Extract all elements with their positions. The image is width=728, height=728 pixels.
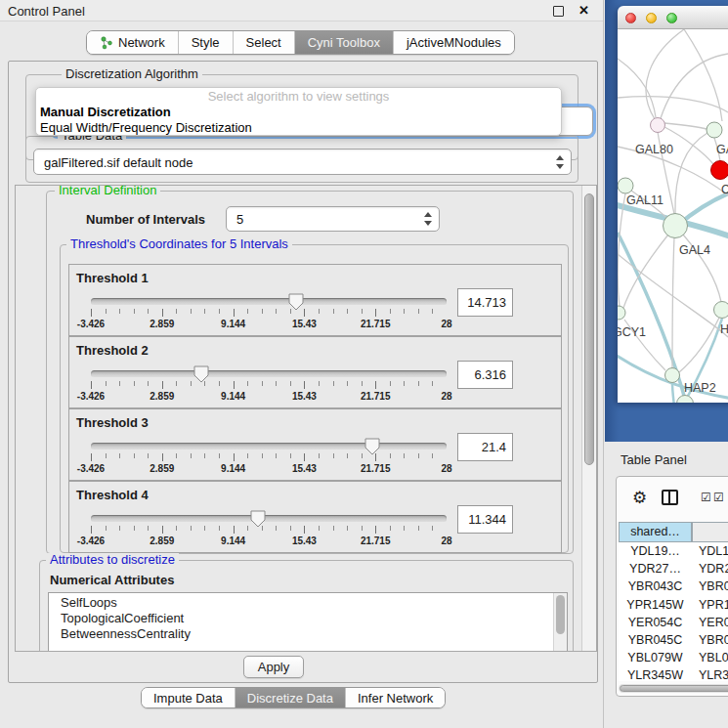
apply-button[interactable]: Apply (243, 656, 304, 678)
stepper-icon (424, 212, 433, 226)
close-icon[interactable]: ✕ (578, 3, 589, 18)
gear-icon[interactable]: ⚙ (632, 488, 647, 508)
threshold-1-value-field[interactable]: 14.713 (457, 288, 513, 317)
node-gcy1 (618, 306, 625, 320)
network-view-window: GAL80 GA GAL11 C GAL4 GCY1 H HAP2 (618, 6, 728, 403)
tab-network-label: Network (118, 35, 165, 50)
cyni-content-panel: Discretization Algorithm Select algorith… (8, 61, 598, 683)
table-row[interactable]: YPR145WYPR1 (619, 596, 728, 614)
num-intervals-combobox[interactable]: 5 (226, 206, 440, 232)
table-panel: Table Panel ⚙ ☑ ☑ shared… na YDL19…YDL1 … (605, 442, 728, 728)
node-label: GCY1 (618, 325, 646, 339)
list-scrollbar-thumb[interactable] (556, 595, 565, 634)
node-label: C (721, 183, 728, 196)
tab-jactivemnodules[interactable]: jActiveMNodules (393, 31, 514, 54)
threshold-4-value-field[interactable]: 11.344 (457, 505, 513, 534)
zoom-traffic-icon[interactable] (666, 13, 677, 23)
network-window-titlebar (618, 6, 728, 29)
tab-discretize-data[interactable]: Discretize Data (235, 688, 345, 707)
interval-definition-group: Interval Definition Number of Intervals … (46, 191, 574, 554)
minimize-traffic-icon[interactable] (646, 13, 657, 23)
threshold-1-slider-track[interactable] (91, 298, 447, 305)
stepper-icon (556, 155, 565, 169)
threshold-2-axis: -3.4262.8599.14415.4321.71528 (91, 391, 447, 403)
settings-scrollbar-thumb[interactable] (584, 193, 594, 465)
node-h (714, 302, 728, 319)
threshold-4-axis: -3.4262.8599.14415.4321.71528 (91, 535, 447, 547)
top-tab-bar: Network Style Select Cyni Toolbox jActiv… (86, 30, 515, 55)
table-body: YDL19…YDL1 YDR27…YDR2 YBR043CYBR0 YPR145… (619, 542, 728, 681)
node-top-right (707, 122, 722, 138)
settings-scrollpane: Interval Definition Number of Intervals … (15, 185, 597, 652)
network-graph: GAL80 GA GAL11 C GAL4 GCY1 H HAP2 (618, 29, 728, 403)
tab-cyni-toolbox[interactable]: Cyni Toolbox (294, 31, 393, 54)
table-row[interactable]: YLR345WYLR3 (619, 666, 728, 681)
settings-scrollbar (581, 186, 596, 651)
table-row[interactable]: YER054CYER0 (619, 614, 728, 631)
list-item[interactable]: BetweennessCentrality (49, 626, 567, 642)
threshold-panel-4: Threshold 4 -3.4262.8599.14415.4321.7152… (68, 481, 562, 553)
split-columns-icon[interactable] (662, 490, 678, 505)
table-row[interactable]: YDR27…YDR2 (619, 560, 728, 578)
threshold-4-slider-track[interactable] (91, 515, 447, 522)
threshold-2-slider-track[interactable] (91, 370, 447, 377)
table-data-group: Table Data galFiltered.sif default node (25, 136, 578, 183)
threshold-2-value-field[interactable]: 6.316 (457, 361, 513, 389)
table-row[interactable]: YBR045CYBR0 (619, 631, 728, 649)
tab-impute-data[interactable]: Impute Data (142, 688, 235, 707)
algorithm-dropdown-popup: Select algorithm to view settings Manual… (35, 87, 562, 136)
table-header-row: shared… na (619, 522, 728, 542)
list-item[interactable]: SelfLoops (49, 593, 567, 611)
table-horizontal-scrollbar (619, 684, 728, 693)
network-icon (100, 36, 113, 50)
threshold-panel-3: Threshold 3 -3.4262.8599.14415.4321.7152… (68, 408, 562, 481)
tab-select[interactable]: Select (233, 31, 294, 54)
thresholds-group: Threshold's Coordinates for 5 Intervals … (60, 244, 569, 553)
tab-infer-network[interactable]: Infer Network (345, 688, 445, 707)
num-intervals-value: 5 (236, 212, 243, 227)
list-scrollbar (553, 593, 567, 652)
control-panel: Control Panel ✕ Network Style Select Cyn… (0, 0, 604, 728)
table-toolbar: ⚙ ☑ ☑ (617, 477, 728, 520)
close-traffic-icon[interactable] (625, 13, 636, 23)
node-gal4 (664, 214, 688, 238)
node-label: GA (716, 143, 728, 156)
network-desktop-area: GAL80 GA GAL11 C GAL4 GCY1 H HAP2 (605, 0, 728, 442)
num-intervals-label: Number of Intervals (86, 212, 205, 227)
numerical-attributes-label: Numerical Attributes (50, 573, 174, 587)
float-window-icon[interactable] (553, 6, 564, 17)
node-highlighted (711, 161, 728, 180)
table-row[interactable]: YBR043CYBR0 (619, 578, 728, 595)
node-label: GAL4 (679, 243, 710, 257)
thresholds-group-title: Threshold's Coordinates for 5 Intervals (66, 237, 292, 251)
threshold-panel-1: Threshold 1 -3.4262.8599.14415.4321.7152… (68, 264, 562, 336)
node-gal80 (651, 118, 665, 133)
algorithm-option-manual[interactable]: Manual Discretization (36, 105, 561, 120)
tab-network[interactable]: Network (87, 31, 178, 54)
threshold-3-slider-track[interactable] (91, 443, 447, 450)
table-horizontal-scrollbar-thumb[interactable] (620, 685, 728, 692)
numerical-attributes-list: SelfLoops TopologicalCoefficient Between… (48, 592, 568, 652)
table-row[interactable]: YBL079WYBL0 (619, 649, 728, 666)
table-data-combobox[interactable]: galFiltered.sif default node (33, 149, 572, 175)
table-data-value: galFiltered.sif default node (44, 154, 193, 169)
network-canvas[interactable]: GAL80 GA GAL11 C GAL4 GCY1 H HAP2 (618, 29, 728, 403)
list-item[interactable]: TopologicalCoefficient (49, 611, 567, 626)
bottom-tab-bar: Impute Data Discretize Data Infer Networ… (141, 687, 446, 708)
node-label: GAL11 (626, 193, 664, 207)
node-label: H (720, 322, 728, 336)
checkbox-icon[interactable]: ☑ (713, 491, 724, 504)
node-label: GAL80 (635, 143, 673, 156)
column-header-name[interactable]: na (692, 522, 728, 542)
table-row[interactable]: YDL19…YDL1 (619, 542, 728, 560)
node-gal11 (618, 178, 633, 193)
tab-style[interactable]: Style (178, 31, 233, 54)
threshold-3-value-field[interactable]: 21.4 (457, 433, 513, 461)
checkbox-icon[interactable]: ☑ (701, 491, 711, 504)
column-header-shared-name[interactable]: shared… (619, 522, 692, 542)
algorithm-option-equal-width[interactable]: Equal Width/Frequency Discretization (36, 120, 561, 136)
table-panel-window: ⚙ ☑ ☑ shared… na YDL19…YDL1 YDR27…YDR2 Y… (616, 476, 728, 697)
threshold-panel-2: Threshold 2 -3.4262.8599.14415.4321.7152… (68, 336, 562, 408)
attributes-group: Attributes to discretize Numerical Attri… (39, 560, 574, 652)
panel-title: Control Panel (8, 4, 85, 19)
